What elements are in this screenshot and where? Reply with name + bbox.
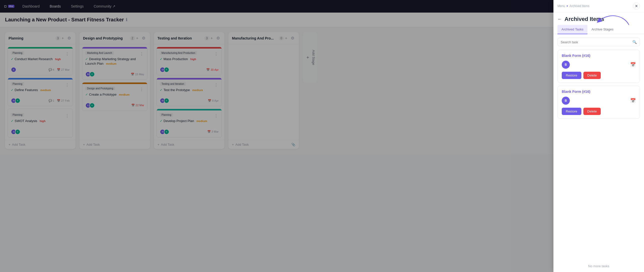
search-input[interactable] [561, 40, 630, 44]
card-tag: Planning [11, 51, 24, 55]
card-menu-button[interactable]: ⋮ [139, 87, 144, 92]
close-icon: ✕ [635, 4, 638, 8]
add-stage-label: Add Stage [312, 50, 315, 65]
column-cards: Planning ⋮ ✓Conduct Market Research high… [5, 44, 75, 140]
column-manufacturing: Manufacturing And Pro... 0 + ⚙ + Add Tas… [228, 32, 299, 149]
add-card-button[interactable]: + [135, 35, 139, 41]
column-header: Design and Prototyping 2 + ⚙ [79, 32, 150, 44]
column-testing: Testing and Iteration 3 + ⚙ Manufacturin… [154, 32, 224, 149]
column-actions: + ⚙ [210, 35, 221, 41]
column-actions: + ⚙ [61, 35, 72, 41]
add-card-button[interactable]: + [210, 35, 214, 41]
card-title: ✓SWOT Analysis high [11, 119, 70, 123]
delete-button[interactable]: Delete [583, 72, 601, 79]
logo-icon: ◻ [4, 5, 7, 8]
avatar-secondary: + [89, 103, 95, 108]
column-title: Planning [9, 36, 54, 40]
card-menu-button[interactable]: ⋮ [65, 51, 70, 57]
archived-item-body: B 📅 [562, 61, 636, 69]
board-header: Launching a New Product - Smart Fitness … [0, 13, 644, 27]
add-task-button[interactable]: + Add Task [154, 140, 224, 149]
calendar-icon: 📅 [630, 98, 636, 103]
column-header: Manufacturing And Pro... 0 + ⚙ [228, 32, 299, 44]
avatar-group: D + [160, 67, 169, 72]
add-task-button[interactable]: + Add Task 📎 [228, 140, 299, 149]
card-menu-button[interactable]: ⋮ [139, 51, 144, 57]
column-settings-button[interactable]: ⚙ [290, 35, 295, 41]
breadcrumb-item[interactable]: Archived Items [570, 4, 589, 8]
nav-settings[interactable]: Settings [69, 3, 86, 9]
column-count: 2 [130, 36, 135, 41]
task-card[interactable]: Planning ⋮ ✓Define Features medium A + 💬… [8, 78, 73, 106]
card-menu-button[interactable]: ⋮ [214, 113, 219, 119]
task-card[interactable]: Testing and Iteration ⋮ ✓Test the Protot… [156, 78, 222, 106]
avatar-group: B + [85, 71, 95, 77]
card-tag: Testing and Iteration [160, 82, 186, 86]
delete-button[interactable]: Delete [583, 108, 601, 115]
card-menu-button[interactable]: ⋮ [214, 82, 219, 88]
due-date: 📅 8 Apr [208, 99, 219, 102]
card-menu-button[interactable]: ⋮ [214, 51, 219, 57]
avatar-group: E + [160, 98, 169, 103]
task-card[interactable]: Planning ⋮ ✓Develop Project Plan medium … [156, 109, 222, 137]
add-task-button[interactable]: + Add Task [5, 140, 75, 149]
task-card[interactable]: Planning ⋮ ✓Conduct Market Research high… [8, 47, 73, 75]
column-settings-button[interactable]: ⚙ [66, 35, 72, 41]
task-card[interactable]: Planning ⋮ ✓SWOT Analysis high A + [8, 109, 73, 137]
tab-archived-tasks[interactable]: Archived Tasks [557, 25, 587, 34]
card-title: ✓Define Features medium [11, 88, 70, 92]
column-actions: + ⚙ [135, 35, 146, 41]
avatar-group: A + [11, 129, 20, 135]
avatar-group: C + [85, 103, 95, 108]
task-card[interactable]: Design and Prototyping ⋮ ✓Create a Proto… [82, 82, 147, 111]
avatar-secondary: + [89, 71, 95, 77]
add-task-button[interactable]: + Add Task [79, 140, 150, 149]
task-card[interactable]: Marketing And Launch ⋮ ✓Develop Marketin… [82, 47, 147, 80]
nav-boards[interactable]: Boards [48, 3, 63, 9]
card-tag: Planning [11, 113, 24, 117]
archived-item-title[interactable]: Blank Form (#16) [562, 54, 636, 58]
archived-item-title[interactable]: Blank Form (#16) [562, 90, 636, 94]
add-card-button[interactable]: + [284, 35, 288, 41]
column-settings-button[interactable]: ⚙ [141, 35, 146, 41]
column-count: 3 [55, 36, 61, 41]
panel-tabs: Archived Tasks Archive Stages [553, 25, 644, 34]
panel-close-button[interactable]: ✕ [633, 3, 640, 10]
column-settings-button[interactable]: ⚙ [215, 35, 221, 41]
card-meta: 💬 4 📅 27 Mar [49, 68, 70, 71]
archived-item-actions: Restore Delete [562, 72, 636, 79]
card-title: ✓Conduct Market Research high [11, 57, 70, 61]
avatar-group: A [11, 67, 16, 72]
add-card-button[interactable]: + [61, 35, 65, 41]
restore-button[interactable]: Restore [562, 72, 581, 79]
column-header: Testing and Iteration 3 + ⚙ [154, 32, 224, 44]
add-task-label: Add Task [12, 143, 25, 146]
card-menu-button[interactable]: ⋮ [65, 82, 70, 88]
column-header: Planning 3 + ⚙ [5, 32, 75, 44]
plus-icon: + [232, 143, 234, 146]
breadcrumb-dot: • [567, 4, 568, 8]
archived-item-avatar: B [562, 61, 570, 69]
avatar: A [11, 67, 16, 72]
info-icon[interactable]: ℹ [126, 17, 127, 22]
card-menu-button[interactable]: ⋮ [65, 113, 70, 119]
avatar-secondary: + [164, 129, 169, 135]
archived-item: Blank Form (#16) B 📅 Restore Delete [557, 50, 640, 83]
restore-button[interactable]: Restore [562, 108, 581, 115]
nav-community[interactable]: Community ↗ [92, 3, 117, 9]
due-date: 📅 30 Apr [206, 68, 219, 71]
add-stage-button[interactable]: + Add Stage [303, 32, 317, 83]
panel-back-button[interactable]: ← [557, 17, 562, 22]
card-meta: 📅 3 Mar [207, 130, 219, 133]
archived-list: Blank Form (#16) B 📅 Restore Delete Blan… [553, 50, 644, 154]
nav-dashboard[interactable]: Dashboard [20, 3, 42, 9]
card-title: ✓Create a Prototype medium [85, 92, 144, 97]
plus-icon: + [157, 143, 159, 146]
task-card[interactable]: Manufacturing And Production ⋮ ✓Mass Pro… [156, 47, 222, 75]
tab-archive-stages[interactable]: Archive Stages [587, 25, 617, 34]
plus-icon: + [83, 143, 85, 146]
breadcrumb-menu[interactable]: Menu [557, 4, 565, 8]
archived-item-avatar: B [562, 97, 570, 105]
add-task-label: Add Task [161, 143, 174, 146]
attach-icon: 📎 [291, 143, 295, 146]
